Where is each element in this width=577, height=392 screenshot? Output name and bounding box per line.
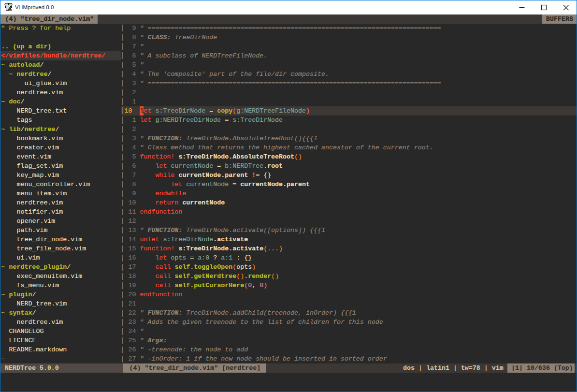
svg-text:im: im: [8, 8, 12, 12]
